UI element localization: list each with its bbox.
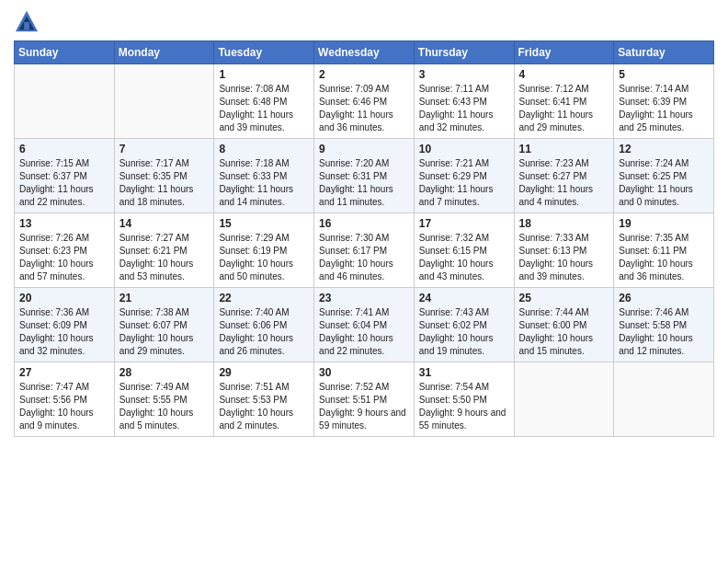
calendar-cell: 16Sunrise: 7:30 AM Sunset: 6:17 PM Dayli… <box>314 213 415 288</box>
day-info: Sunrise: 7:43 AM Sunset: 6:02 PM Dayligh… <box>419 306 509 358</box>
day-info: Sunrise: 7:54 AM Sunset: 5:50 PM Dayligh… <box>419 381 509 432</box>
day-number: 8 <box>219 143 309 155</box>
logo <box>14 9 43 35</box>
day-number: 21 <box>119 292 210 304</box>
calendar-cell: 27Sunrise: 7:47 AM Sunset: 5:56 PM Dayli… <box>15 362 115 437</box>
calendar-header-thursday: Thursday <box>414 41 514 64</box>
day-number: 5 <box>619 68 709 81</box>
day-number: 13 <box>19 217 109 230</box>
day-number: 23 <box>319 292 409 304</box>
day-number: 20 <box>19 292 109 304</box>
day-info: Sunrise: 7:44 AM Sunset: 6:00 PM Dayligh… <box>519 306 609 358</box>
calendar-cell: 12Sunrise: 7:24 AM Sunset: 6:25 PM Dayli… <box>614 139 714 213</box>
day-number: 10 <box>419 143 509 155</box>
calendar-cell: 11Sunrise: 7:23 AM Sunset: 6:27 PM Dayli… <box>514 139 614 213</box>
day-info: Sunrise: 7:46 AM Sunset: 5:58 PM Dayligh… <box>619 306 709 358</box>
day-number: 12 <box>619 143 709 155</box>
calendar-week-5: 27Sunrise: 7:47 AM Sunset: 5:56 PM Dayli… <box>15 362 714 437</box>
calendar-cell: 26Sunrise: 7:46 AM Sunset: 5:58 PM Dayli… <box>614 288 714 362</box>
day-number: 27 <box>19 366 109 379</box>
calendar-header-sunday: Sunday <box>15 41 115 64</box>
calendar-cell: 15Sunrise: 7:29 AM Sunset: 6:19 PM Dayli… <box>214 213 314 288</box>
day-number: 24 <box>419 292 509 304</box>
day-number: 28 <box>119 366 210 379</box>
calendar-cell: 7Sunrise: 7:17 AM Sunset: 6:35 PM Daylig… <box>114 139 214 213</box>
calendar-header-tuesday: Tuesday <box>214 41 314 64</box>
day-number: 1 <box>219 68 309 81</box>
calendar-cell: 21Sunrise: 7:38 AM Sunset: 6:07 PM Dayli… <box>114 288 214 362</box>
day-info: Sunrise: 7:30 AM Sunset: 6:17 PM Dayligh… <box>319 232 409 283</box>
calendar-cell: 9Sunrise: 7:20 AM Sunset: 6:31 PM Daylig… <box>314 139 415 213</box>
calendar-cell: 25Sunrise: 7:44 AM Sunset: 6:00 PM Dayli… <box>514 288 614 362</box>
day-info: Sunrise: 7:35 AM Sunset: 6:11 PM Dayligh… <box>619 232 709 283</box>
calendar-cell: 6Sunrise: 7:15 AM Sunset: 6:37 PM Daylig… <box>15 139 115 213</box>
day-number: 16 <box>319 217 409 230</box>
calendar-cell: 31Sunrise: 7:54 AM Sunset: 5:50 PM Dayli… <box>414 362 514 437</box>
calendar-cell: 8Sunrise: 7:18 AM Sunset: 6:33 PM Daylig… <box>214 139 314 213</box>
day-number: 18 <box>519 217 609 230</box>
day-info: Sunrise: 7:38 AM Sunset: 6:07 PM Dayligh… <box>119 306 210 358</box>
day-info: Sunrise: 7:47 AM Sunset: 5:56 PM Dayligh… <box>19 381 109 432</box>
day-info: Sunrise: 7:32 AM Sunset: 6:15 PM Dayligh… <box>419 232 509 283</box>
day-info: Sunrise: 7:49 AM Sunset: 5:55 PM Dayligh… <box>119 381 210 432</box>
calendar-cell: 5Sunrise: 7:14 AM Sunset: 6:39 PM Daylig… <box>614 64 714 139</box>
day-info: Sunrise: 7:20 AM Sunset: 6:31 PM Dayligh… <box>319 157 409 209</box>
day-info: Sunrise: 7:09 AM Sunset: 6:46 PM Dayligh… <box>319 83 409 134</box>
calendar-week-3: 13Sunrise: 7:26 AM Sunset: 6:23 PM Dayli… <box>15 213 714 288</box>
svg-rect-2 <box>24 22 29 29</box>
day-number: 4 <box>519 68 609 81</box>
calendar-cell: 24Sunrise: 7:43 AM Sunset: 6:02 PM Dayli… <box>414 288 514 362</box>
day-info: Sunrise: 7:11 AM Sunset: 6:43 PM Dayligh… <box>419 83 509 134</box>
calendar-cell: 10Sunrise: 7:21 AM Sunset: 6:29 PM Dayli… <box>414 139 514 213</box>
calendar-cell <box>614 362 714 437</box>
calendar-cell: 13Sunrise: 7:26 AM Sunset: 6:23 PM Dayli… <box>15 213 115 288</box>
day-number: 31 <box>419 366 509 379</box>
calendar-cell: 14Sunrise: 7:27 AM Sunset: 6:21 PM Dayli… <box>114 213 214 288</box>
day-number: 30 <box>319 366 409 379</box>
day-number: 9 <box>319 143 409 155</box>
calendar-cell: 18Sunrise: 7:33 AM Sunset: 6:13 PM Dayli… <box>514 213 614 288</box>
calendar-cell: 23Sunrise: 7:41 AM Sunset: 6:04 PM Dayli… <box>314 288 415 362</box>
day-info: Sunrise: 7:23 AM Sunset: 6:27 PM Dayligh… <box>519 157 609 209</box>
calendar-cell: 3Sunrise: 7:11 AM Sunset: 6:43 PM Daylig… <box>414 64 514 139</box>
day-number: 7 <box>119 143 210 155</box>
calendar-cell <box>114 64 214 139</box>
day-info: Sunrise: 7:18 AM Sunset: 6:33 PM Dayligh… <box>219 157 309 209</box>
day-info: Sunrise: 7:36 AM Sunset: 6:09 PM Dayligh… <box>19 306 109 358</box>
calendar-cell: 2Sunrise: 7:09 AM Sunset: 6:46 PM Daylig… <box>314 64 415 139</box>
day-info: Sunrise: 7:21 AM Sunset: 6:29 PM Dayligh… <box>419 157 509 209</box>
calendar-cell: 19Sunrise: 7:35 AM Sunset: 6:11 PM Dayli… <box>614 213 714 288</box>
day-info: Sunrise: 7:52 AM Sunset: 5:51 PM Dayligh… <box>319 381 409 432</box>
day-number: 14 <box>119 217 210 230</box>
calendar-cell: 22Sunrise: 7:40 AM Sunset: 6:06 PM Dayli… <box>214 288 314 362</box>
day-number: 15 <box>219 217 309 230</box>
header <box>14 9 714 35</box>
calendar-header-row: SundayMondayTuesdayWednesdayThursdayFrid… <box>15 41 714 64</box>
calendar-header-monday: Monday <box>114 41 214 64</box>
calendar-cell: 29Sunrise: 7:51 AM Sunset: 5:53 PM Dayli… <box>214 362 314 437</box>
logo-icon <box>14 9 40 35</box>
day-number: 2 <box>319 68 409 81</box>
day-info: Sunrise: 7:08 AM Sunset: 6:48 PM Dayligh… <box>219 83 309 134</box>
day-number: 26 <box>619 292 709 304</box>
calendar-cell: 4Sunrise: 7:12 AM Sunset: 6:41 PM Daylig… <box>514 64 614 139</box>
day-info: Sunrise: 7:41 AM Sunset: 6:04 PM Dayligh… <box>319 306 409 358</box>
day-number: 17 <box>419 217 509 230</box>
calendar-header-friday: Friday <box>514 41 614 64</box>
calendar-table: SundayMondayTuesdayWednesdayThursdayFrid… <box>14 40 714 437</box>
calendar-cell: 1Sunrise: 7:08 AM Sunset: 6:48 PM Daylig… <box>214 64 314 139</box>
calendar-header-wednesday: Wednesday <box>314 41 415 64</box>
day-number: 19 <box>619 217 709 230</box>
day-number: 22 <box>219 292 309 304</box>
calendar-cell: 20Sunrise: 7:36 AM Sunset: 6:09 PM Dayli… <box>15 288 115 362</box>
day-info: Sunrise: 7:29 AM Sunset: 6:19 PM Dayligh… <box>219 232 309 283</box>
day-info: Sunrise: 7:26 AM Sunset: 6:23 PM Dayligh… <box>19 232 109 283</box>
day-number: 6 <box>19 143 109 155</box>
day-info: Sunrise: 7:15 AM Sunset: 6:37 PM Dayligh… <box>19 157 109 209</box>
calendar-cell: 17Sunrise: 7:32 AM Sunset: 6:15 PM Dayli… <box>414 213 514 288</box>
day-number: 25 <box>519 292 609 304</box>
day-number: 3 <box>419 68 509 81</box>
calendar-cell <box>15 64 115 139</box>
calendar-week-2: 6Sunrise: 7:15 AM Sunset: 6:37 PM Daylig… <box>15 139 714 213</box>
calendar-header-saturday: Saturday <box>614 41 714 64</box>
